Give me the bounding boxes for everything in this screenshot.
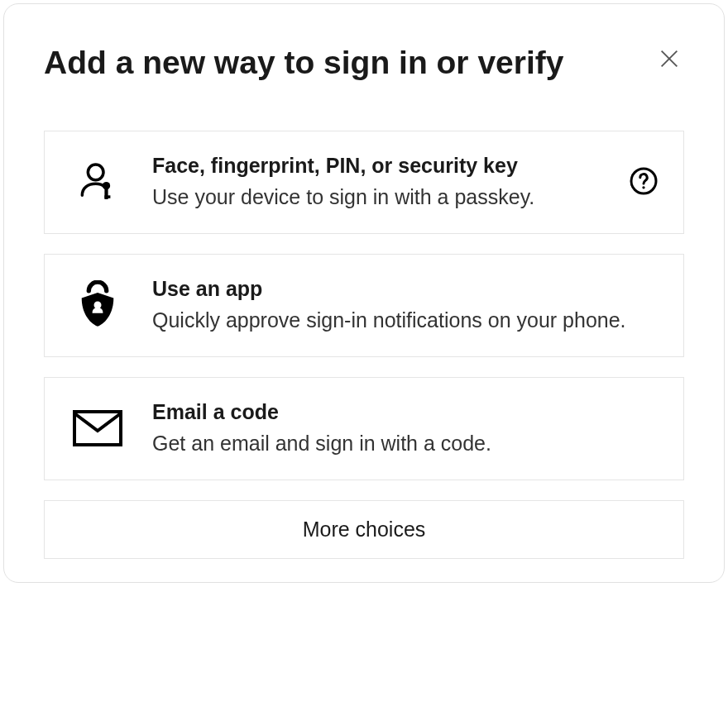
option-title: Use an app — [152, 276, 659, 302]
passkey-icon — [69, 159, 126, 205]
dialog-title: Add a new way to sign in or verify — [44, 44, 563, 83]
more-choices-button[interactable]: More choices — [44, 500, 684, 559]
close-icon — [658, 47, 681, 73]
dialog-header: Add a new way to sign in or verify — [44, 44, 684, 83]
option-title: Email a code — [152, 399, 659, 425]
svg-point-8 — [94, 302, 102, 309]
email-icon — [69, 409, 126, 447]
option-list: Face, fingerprint, PIN, or security key … — [44, 131, 684, 559]
option-email-code[interactable]: Email a code Get an email and sign in wi… — [44, 377, 684, 480]
help-button[interactable] — [629, 166, 659, 198]
option-description: Get an email and sign in with a code. — [152, 430, 659, 458]
option-body: Email a code Get an email and sign in wi… — [152, 399, 659, 458]
option-authenticator-app[interactable]: Use an app Quickly approve sign-in notif… — [44, 254, 684, 357]
close-button[interactable] — [654, 44, 684, 76]
option-description: Quickly approve sign-in notifications on… — [152, 307, 659, 335]
svg-point-2 — [88, 165, 103, 180]
authenticator-app-icon — [69, 280, 126, 330]
svg-point-7 — [642, 186, 644, 188]
option-body: Face, fingerprint, PIN, or security key … — [152, 153, 602, 212]
option-title: Face, fingerprint, PIN, or security key — [152, 153, 602, 179]
signin-method-dialog: Add a new way to sign in or verify — [3, 3, 725, 583]
option-description: Use your device to sign in with a passke… — [152, 184, 602, 212]
option-body: Use an app Quickly approve sign-in notif… — [152, 276, 659, 335]
option-passkey[interactable]: Face, fingerprint, PIN, or security key … — [44, 131, 684, 234]
svg-rect-5 — [104, 196, 110, 199]
help-icon — [629, 166, 659, 198]
